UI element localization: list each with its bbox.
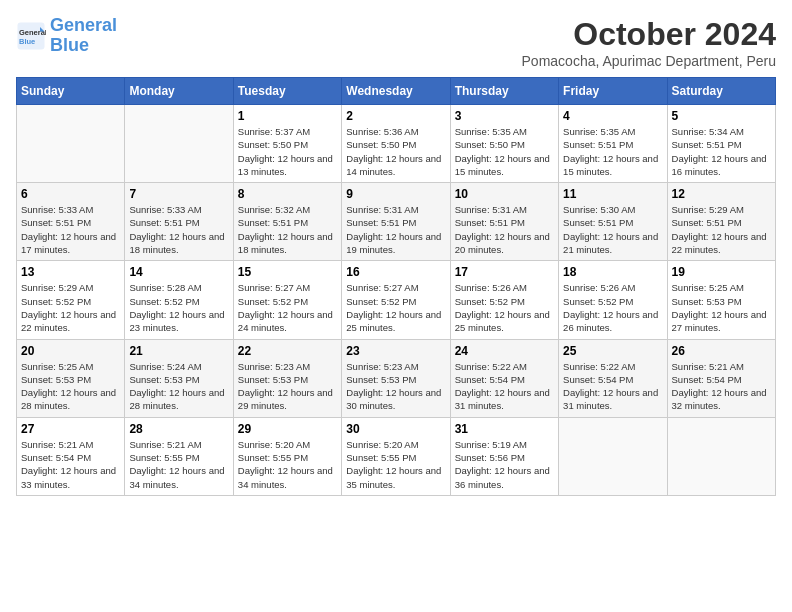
calendar-body: 1Sunrise: 5:37 AMSunset: 5:50 PMDaylight… (17, 105, 776, 496)
calendar-cell: 26Sunrise: 5:21 AMSunset: 5:54 PMDayligh… (667, 339, 775, 417)
day-info: Sunrise: 5:29 AMSunset: 5:52 PMDaylight:… (21, 281, 120, 334)
day-number: 16 (346, 265, 445, 279)
day-info: Sunrise: 5:22 AMSunset: 5:54 PMDaylight:… (455, 360, 554, 413)
day-number: 15 (238, 265, 337, 279)
day-number: 11 (563, 187, 662, 201)
calendar-cell: 27Sunrise: 5:21 AMSunset: 5:54 PMDayligh… (17, 417, 125, 495)
calendar-cell: 18Sunrise: 5:26 AMSunset: 5:52 PMDayligh… (559, 261, 667, 339)
day-info: Sunrise: 5:25 AMSunset: 5:53 PMDaylight:… (21, 360, 120, 413)
header-cell-monday: Monday (125, 78, 233, 105)
day-info: Sunrise: 5:20 AMSunset: 5:55 PMDaylight:… (238, 438, 337, 491)
calendar-cell: 23Sunrise: 5:23 AMSunset: 5:53 PMDayligh… (342, 339, 450, 417)
calendar-cell: 22Sunrise: 5:23 AMSunset: 5:53 PMDayligh… (233, 339, 341, 417)
day-info: Sunrise: 5:20 AMSunset: 5:55 PMDaylight:… (346, 438, 445, 491)
calendar-cell: 1Sunrise: 5:37 AMSunset: 5:50 PMDaylight… (233, 105, 341, 183)
calendar-cell (125, 105, 233, 183)
calendar-cell: 9Sunrise: 5:31 AMSunset: 5:51 PMDaylight… (342, 183, 450, 261)
day-info: Sunrise: 5:26 AMSunset: 5:52 PMDaylight:… (563, 281, 662, 334)
calendar-cell: 13Sunrise: 5:29 AMSunset: 5:52 PMDayligh… (17, 261, 125, 339)
day-info: Sunrise: 5:31 AMSunset: 5:51 PMDaylight:… (455, 203, 554, 256)
month-title: October 2024 (522, 16, 776, 53)
day-info: Sunrise: 5:36 AMSunset: 5:50 PMDaylight:… (346, 125, 445, 178)
day-info: Sunrise: 5:35 AMSunset: 5:50 PMDaylight:… (455, 125, 554, 178)
day-info: Sunrise: 5:32 AMSunset: 5:51 PMDaylight:… (238, 203, 337, 256)
day-number: 12 (672, 187, 771, 201)
week-row-5: 27Sunrise: 5:21 AMSunset: 5:54 PMDayligh… (17, 417, 776, 495)
day-info: Sunrise: 5:24 AMSunset: 5:53 PMDaylight:… (129, 360, 228, 413)
calendar-cell: 6Sunrise: 5:33 AMSunset: 5:51 PMDaylight… (17, 183, 125, 261)
day-info: Sunrise: 5:22 AMSunset: 5:54 PMDaylight:… (563, 360, 662, 413)
week-row-2: 6Sunrise: 5:33 AMSunset: 5:51 PMDaylight… (17, 183, 776, 261)
week-row-4: 20Sunrise: 5:25 AMSunset: 5:53 PMDayligh… (17, 339, 776, 417)
day-number: 28 (129, 422, 228, 436)
day-number: 21 (129, 344, 228, 358)
calendar-cell: 28Sunrise: 5:21 AMSunset: 5:55 PMDayligh… (125, 417, 233, 495)
calendar-cell: 31Sunrise: 5:19 AMSunset: 5:56 PMDayligh… (450, 417, 558, 495)
calendar-cell: 2Sunrise: 5:36 AMSunset: 5:50 PMDaylight… (342, 105, 450, 183)
day-number: 2 (346, 109, 445, 123)
calendar-table: SundayMondayTuesdayWednesdayThursdayFrid… (16, 77, 776, 496)
calendar-cell: 12Sunrise: 5:29 AMSunset: 5:51 PMDayligh… (667, 183, 775, 261)
day-info: Sunrise: 5:19 AMSunset: 5:56 PMDaylight:… (455, 438, 554, 491)
logo: General Blue General Blue (16, 16, 117, 56)
day-number: 1 (238, 109, 337, 123)
calendar-cell: 5Sunrise: 5:34 AMSunset: 5:51 PMDaylight… (667, 105, 775, 183)
day-info: Sunrise: 5:28 AMSunset: 5:52 PMDaylight:… (129, 281, 228, 334)
day-info: Sunrise: 5:21 AMSunset: 5:54 PMDaylight:… (21, 438, 120, 491)
header-cell-thursday: Thursday (450, 78, 558, 105)
calendar-cell: 17Sunrise: 5:26 AMSunset: 5:52 PMDayligh… (450, 261, 558, 339)
week-row-1: 1Sunrise: 5:37 AMSunset: 5:50 PMDaylight… (17, 105, 776, 183)
calendar-cell (559, 417, 667, 495)
day-info: Sunrise: 5:23 AMSunset: 5:53 PMDaylight:… (238, 360, 337, 413)
day-info: Sunrise: 5:33 AMSunset: 5:51 PMDaylight:… (129, 203, 228, 256)
day-number: 27 (21, 422, 120, 436)
calendar-cell: 21Sunrise: 5:24 AMSunset: 5:53 PMDayligh… (125, 339, 233, 417)
calendar-cell: 8Sunrise: 5:32 AMSunset: 5:51 PMDaylight… (233, 183, 341, 261)
day-number: 7 (129, 187, 228, 201)
day-number: 24 (455, 344, 554, 358)
day-info: Sunrise: 5:27 AMSunset: 5:52 PMDaylight:… (346, 281, 445, 334)
day-number: 25 (563, 344, 662, 358)
day-info: Sunrise: 5:34 AMSunset: 5:51 PMDaylight:… (672, 125, 771, 178)
day-info: Sunrise: 5:23 AMSunset: 5:53 PMDaylight:… (346, 360, 445, 413)
day-info: Sunrise: 5:37 AMSunset: 5:50 PMDaylight:… (238, 125, 337, 178)
logo-line1: General (50, 15, 117, 35)
logo-icon: General Blue (16, 21, 46, 51)
header-cell-tuesday: Tuesday (233, 78, 341, 105)
calendar-cell: 30Sunrise: 5:20 AMSunset: 5:55 PMDayligh… (342, 417, 450, 495)
calendar-cell: 29Sunrise: 5:20 AMSunset: 5:55 PMDayligh… (233, 417, 341, 495)
day-info: Sunrise: 5:27 AMSunset: 5:52 PMDaylight:… (238, 281, 337, 334)
day-number: 20 (21, 344, 120, 358)
day-number: 23 (346, 344, 445, 358)
calendar-cell: 11Sunrise: 5:30 AMSunset: 5:51 PMDayligh… (559, 183, 667, 261)
day-number: 29 (238, 422, 337, 436)
calendar-cell: 15Sunrise: 5:27 AMSunset: 5:52 PMDayligh… (233, 261, 341, 339)
logo-line2: Blue (50, 35, 89, 55)
day-number: 31 (455, 422, 554, 436)
day-info: Sunrise: 5:35 AMSunset: 5:51 PMDaylight:… (563, 125, 662, 178)
day-number: 8 (238, 187, 337, 201)
calendar-cell: 20Sunrise: 5:25 AMSunset: 5:53 PMDayligh… (17, 339, 125, 417)
day-number: 10 (455, 187, 554, 201)
week-row-3: 13Sunrise: 5:29 AMSunset: 5:52 PMDayligh… (17, 261, 776, 339)
calendar-cell: 25Sunrise: 5:22 AMSunset: 5:54 PMDayligh… (559, 339, 667, 417)
day-number: 5 (672, 109, 771, 123)
logo-text: General Blue (50, 16, 117, 56)
day-number: 26 (672, 344, 771, 358)
day-info: Sunrise: 5:30 AMSunset: 5:51 PMDaylight:… (563, 203, 662, 256)
day-info: Sunrise: 5:21 AMSunset: 5:55 PMDaylight:… (129, 438, 228, 491)
calendar-cell: 16Sunrise: 5:27 AMSunset: 5:52 PMDayligh… (342, 261, 450, 339)
day-info: Sunrise: 5:26 AMSunset: 5:52 PMDaylight:… (455, 281, 554, 334)
day-number: 30 (346, 422, 445, 436)
day-number: 19 (672, 265, 771, 279)
svg-text:General: General (19, 27, 46, 36)
day-number: 22 (238, 344, 337, 358)
header-cell-friday: Friday (559, 78, 667, 105)
day-number: 4 (563, 109, 662, 123)
day-number: 18 (563, 265, 662, 279)
day-info: Sunrise: 5:29 AMSunset: 5:51 PMDaylight:… (672, 203, 771, 256)
header-row: SundayMondayTuesdayWednesdayThursdayFrid… (17, 78, 776, 105)
header-cell-saturday: Saturday (667, 78, 775, 105)
day-info: Sunrise: 5:21 AMSunset: 5:54 PMDaylight:… (672, 360, 771, 413)
day-number: 9 (346, 187, 445, 201)
